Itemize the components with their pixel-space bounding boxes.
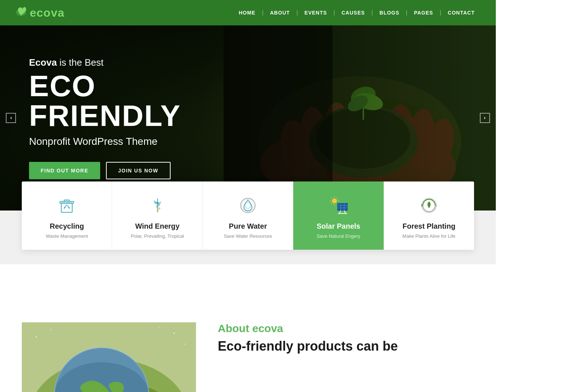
hero-content: Ecova is the Best ECO FRIENDLY Nonprofit… — [0, 57, 225, 179]
svg-rect-42 — [338, 203, 348, 211]
hero-description: Nonprofit WordPress Theme — [29, 136, 225, 147]
logo-icon — [15, 5, 28, 21]
svg-point-31 — [242, 199, 254, 212]
join-us-button[interactable]: JOIN US NOW — [106, 162, 171, 179]
solar-panels-icon — [327, 195, 349, 216]
svg-line-40 — [337, 198, 338, 199]
feature-wind-energy[interactable]: Wind Energy Polar, Prevailing, Tropical — [112, 181, 203, 250]
svg-point-61 — [50, 329, 52, 330]
hero-title: ECO FRIENDLY — [29, 71, 225, 131]
feature-solar-name: Solar Panels — [317, 222, 360, 230]
feature-recycling-name: Recycling — [50, 222, 84, 230]
nav-about[interactable]: ABOUT — [264, 10, 297, 16]
nav-pages[interactable]: PAGES — [407, 10, 440, 16]
feature-forest-sub: Make Plants Alive for Life — [403, 233, 456, 239]
svg-point-63 — [185, 344, 186, 345]
feature-water-name: Pure Water — [229, 222, 267, 230]
about-image — [22, 322, 196, 392]
main-nav: HOME | ABOUT | EVENTS | CAUSES | BLOGS |… — [232, 9, 481, 16]
wind-energy-icon — [147, 195, 168, 216]
svg-point-64 — [159, 327, 160, 328]
svg-rect-23 — [61, 203, 72, 212]
feature-wind-name: Wind Energy — [135, 222, 180, 230]
svg-point-32 — [245, 203, 251, 208]
svg-point-60 — [36, 336, 37, 338]
nav-home[interactable]: HOME — [232, 10, 262, 16]
feature-forest-planting[interactable]: Forest Planting Make Plants Alive for Li… — [384, 181, 474, 250]
logo[interactable]: ecova — [15, 5, 65, 21]
feature-pure-water[interactable]: Pure Water Save Water Resources — [203, 181, 293, 250]
nav-events[interactable]: EVENTS — [298, 10, 334, 16]
svg-rect-24 — [60, 201, 74, 203]
nav-causes[interactable]: CAUSES — [335, 10, 371, 16]
nav-blogs[interactable]: BLOGS — [373, 10, 406, 16]
svg-point-29 — [156, 202, 159, 204]
about-text: About ecova Eco-friendly products can be — [218, 322, 474, 354]
svg-point-62 — [173, 332, 175, 334]
feature-recycling-sub: Waste Management — [46, 233, 88, 239]
feature-solar-panels[interactable]: Solar Panels Save Natural Engery — [293, 181, 384, 250]
hero-buttons: FIND OUT MORE JOIN US NOW — [29, 162, 225, 179]
svg-line-38 — [331, 198, 332, 199]
svg-line-48 — [344, 211, 346, 214]
logo-text: ecova — [30, 6, 65, 20]
recycling-icon — [56, 195, 78, 216]
pure-water-icon — [237, 195, 259, 216]
find-out-more-button[interactable]: FIND OUT MORE — [29, 162, 100, 179]
svg-marker-21 — [10, 117, 12, 119]
slider-prev-button[interactable] — [6, 113, 16, 123]
svg-line-41 — [331, 203, 332, 204]
svg-line-47 — [339, 211, 341, 214]
about-image-bg — [22, 322, 196, 392]
hero-subtitle: Ecova is the Best — [29, 57, 225, 68]
svg-point-33 — [332, 199, 337, 204]
nav-contact[interactable]: CONTACT — [441, 10, 481, 16]
feature-solar-sub: Save Natural Engery — [317, 233, 360, 239]
feature-water-sub: Save Water Resources — [224, 233, 272, 239]
forest-planting-icon — [418, 195, 440, 216]
header: ecova HOME | ABOUT | EVENTS | CAUSES | B… — [0, 0, 496, 25]
features-bar: Recycling Waste Management Wind Energy — [22, 181, 474, 250]
about-section: About ecova Eco-friendly products can be — [0, 301, 496, 392]
svg-marker-22 — [484, 117, 486, 119]
feature-forest-name: Forest Planting — [403, 222, 456, 230]
about-label: About ecova — [218, 322, 474, 335]
about-heading: Eco-friendly products can be — [218, 338, 474, 354]
feature-recycling[interactable]: Recycling Waste Management — [22, 181, 112, 250]
feature-wind-sub: Polar, Prevailing, Tropical — [131, 233, 184, 239]
slider-next-button[interactable] — [480, 113, 490, 123]
